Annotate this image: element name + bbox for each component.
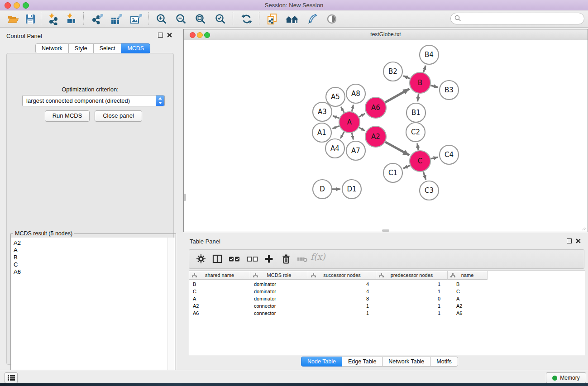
- run-mcds-button[interactable]: Run MCDS: [45, 110, 90, 122]
- tab-mcds[interactable]: MCDS: [121, 43, 150, 53]
- mcds-result-item[interactable]: B: [11, 254, 175, 261]
- edge-A-A5[interactable]: [341, 107, 344, 113]
- column-header-predecessor-nodes[interactable]: predecessor nodes: [376, 271, 448, 280]
- mcds-result-list[interactable]: A2ABCA6: [11, 238, 175, 386]
- graph-node-A7[interactable]: A7: [346, 141, 365, 160]
- table-row[interactable]: Bdominator41B: [189, 281, 585, 288]
- table-row[interactable]: Cdominator41C: [189, 288, 585, 295]
- delete-icon[interactable]: [280, 253, 292, 265]
- import-table-icon[interactable]: [63, 12, 79, 26]
- edge-B-B3[interactable]: [430, 86, 438, 87]
- export-table-icon[interactable]: [109, 12, 124, 26]
- edge-B-B2[interactable]: [403, 76, 410, 79]
- eye-icon[interactable]: [324, 12, 339, 26]
- gear-icon[interactable]: [195, 253, 207, 265]
- network-canvas[interactable]: B4B2BB3A5A8A6B1A3AA1C2A2A4A7CC4C1C3DD1: [184, 40, 588, 232]
- graph-node-A5[interactable]: A5: [326, 87, 345, 106]
- edge-C-C2[interactable]: [417, 143, 418, 151]
- graph-node-B4[interactable]: B4: [420, 45, 439, 64]
- zoom-fit-icon[interactable]: [193, 12, 208, 26]
- tab-select[interactable]: Select: [93, 43, 122, 53]
- edge-A-A7[interactable]: [352, 133, 353, 139]
- graph-node-A6[interactable]: A6: [365, 97, 386, 118]
- edge-A-A8[interactable]: [352, 105, 353, 111]
- save-session-icon[interactable]: [23, 12, 38, 26]
- mcds-result-item[interactable]: A6: [11, 268, 175, 276]
- edge-A-A4[interactable]: [340, 132, 344, 138]
- split-columns-icon[interactable]: [211, 253, 224, 265]
- graph-node-C3[interactable]: C3: [420, 181, 439, 200]
- graph-node-B1[interactable]: B1: [406, 103, 425, 122]
- optimization-criterion-dropdown[interactable]: largest connected component (directed): [22, 95, 165, 106]
- float-panel-icon[interactable]: [567, 238, 572, 243]
- graph-node-C1[interactable]: C1: [383, 163, 402, 182]
- graph-node-A2[interactable]: A2: [365, 126, 386, 147]
- graph-node-A8[interactable]: A8: [346, 84, 365, 103]
- graph-node-B2[interactable]: B2: [383, 62, 402, 81]
- edge-A-A2[interactable]: [359, 128, 365, 131]
- search-input[interactable]: [464, 14, 581, 23]
- tab-node-table[interactable]: Node Table: [301, 357, 342, 367]
- edge-B-B1[interactable]: [417, 94, 418, 101]
- dropdown-stepper[interactable]: [156, 95, 164, 106]
- delete-table-icon[interactable]: [296, 253, 309, 265]
- float-panel-icon[interactable]: [158, 33, 163, 38]
- tab-style[interactable]: Style: [68, 43, 94, 53]
- close-panel-icon[interactable]: [167, 33, 172, 38]
- resize-grip-icon[interactable]: [581, 225, 587, 231]
- graph-node-B[interactable]: B: [410, 72, 430, 93]
- zoom-selected-icon[interactable]: [213, 12, 228, 26]
- import-network-icon[interactable]: [45, 12, 61, 26]
- zoom-out-icon[interactable]: [173, 12, 189, 26]
- graph-node-C2[interactable]: C2: [406, 123, 425, 142]
- graph-node-A[interactable]: A: [339, 112, 360, 133]
- open-session-icon[interactable]: [5, 12, 21, 26]
- close-panel-button[interactable]: Close panel: [95, 110, 142, 122]
- edge-C-C1[interactable]: [403, 166, 410, 169]
- zoom-in-icon[interactable]: [154, 12, 169, 26]
- add-column-icon[interactable]: [263, 253, 275, 265]
- edge-C-C4[interactable]: [430, 157, 438, 159]
- mcds-result-item[interactable]: C: [11, 261, 175, 268]
- edge-A-A6[interactable]: [359, 114, 365, 117]
- edge-A6-B[interactable]: [385, 89, 410, 102]
- close-panel-icon[interactable]: [576, 238, 581, 243]
- graph-node-C4[interactable]: C4: [440, 145, 459, 164]
- graph-node-B3[interactable]: B3: [440, 81, 459, 100]
- graph-node-D1[interactable]: D1: [342, 180, 361, 199]
- clone-network-icon[interactable]: [264, 12, 280, 26]
- edge-B-B4[interactable]: [423, 66, 425, 72]
- edge-A-A1[interactable]: [332, 126, 339, 129]
- table-row[interactable]: A6connector11A6: [189, 310, 585, 317]
- tab-edge-table[interactable]: Edge Table: [342, 357, 382, 367]
- edge-A2-C[interactable]: [385, 142, 409, 155]
- vertical-scrollbar-thumb[interactable]: [184, 194, 186, 201]
- graph-node-A1[interactable]: A1: [312, 123, 331, 142]
- memory-button[interactable]: Memory: [546, 372, 586, 383]
- mcds-result-item[interactable]: A: [11, 247, 175, 254]
- table-row[interactable]: Adominator80A: [189, 295, 585, 302]
- mcds-result-item[interactable]: A2: [11, 239, 175, 247]
- tab-network-table[interactable]: Network Table: [382, 357, 430, 367]
- tab-motifs[interactable]: Motifs: [430, 357, 458, 367]
- refresh-icon[interactable]: [239, 12, 254, 26]
- edge-A-A3[interactable]: [333, 116, 339, 118]
- column-header-name[interactable]: name: [448, 271, 488, 280]
- graph-node-D[interactable]: D: [313, 180, 332, 199]
- horizontal-scrollbar-thumb[interactable]: [382, 229, 389, 232]
- edge-C-C3[interactable]: [423, 172, 426, 180]
- column-header-shared-name[interactable]: shared name: [189, 271, 250, 280]
- mcds-list-scrollbar[interactable]: [167, 238, 174, 386]
- task-history-button[interactable]: [5, 372, 18, 383]
- graph-node-A4[interactable]: A4: [325, 139, 344, 158]
- style-icon[interactable]: [304, 12, 320, 26]
- export-network-icon[interactable]: [90, 12, 105, 26]
- function-builder-icon[interactable]: f(x): [311, 252, 325, 262]
- graph-node-A3[interactable]: A3: [313, 102, 332, 121]
- deselect-all-icon[interactable]: [245, 253, 260, 265]
- export-image-icon[interactable]: [129, 12, 144, 26]
- home-icon[interactable]: [284, 12, 300, 26]
- table-row[interactable]: A2connector11A2: [189, 302, 585, 310]
- column-header-MCDS-role[interactable]: MCDS role: [250, 271, 308, 280]
- graph-node-C[interactable]: C: [410, 151, 430, 172]
